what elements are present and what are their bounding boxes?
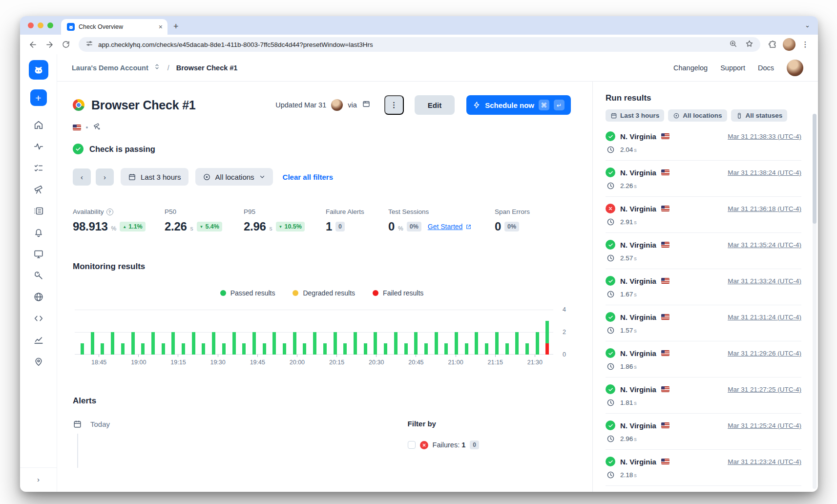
run-result-row[interactable]: N. VirginiaMar 31 21:23:24 (UTC-4)2.18s — [606, 450, 801, 486]
chart-bar[interactable] — [151, 332, 155, 355]
run-timestamp-link[interactable]: Mar 31 21:38:24 (UTC-4) — [728, 169, 801, 176]
info-icon[interactable]: ? — [106, 209, 113, 215]
chart-bar[interactable] — [293, 332, 296, 355]
chart-bar[interactable] — [252, 332, 256, 355]
chart-bar[interactable] — [283, 343, 286, 355]
chart-bar[interactable] — [536, 332, 539, 355]
chart-bar[interactable] — [525, 343, 529, 355]
run-result-row[interactable]: N. VirginiaMar 31 21:29:26 (UTC-4)1.86s — [606, 341, 801, 378]
chart-bar[interactable] — [182, 343, 185, 355]
failures-checkbox[interactable] — [408, 441, 416, 449]
chart-bar[interactable] — [81, 343, 84, 355]
run-result-row[interactable]: N. VirginiaMar 31 21:31:24 (UTC-4)1.57s — [606, 305, 801, 341]
schedule-now-button[interactable]: Schedule now ⌘ ↵ — [466, 95, 571, 115]
chart-bar[interactable] — [141, 343, 145, 355]
chart-bar[interactable] — [242, 343, 246, 355]
chart-bar[interactable] — [374, 332, 377, 355]
account-switcher-sort-icon[interactable] — [153, 63, 161, 72]
run-result-row[interactable]: N. VirginiaMar 31 21:35:24 (UTC-4)2.57s — [606, 233, 801, 269]
chart-bar[interactable] — [475, 332, 478, 355]
chart-bar[interactable] — [394, 332, 398, 355]
new-tab-button[interactable]: + — [173, 21, 179, 32]
chart-bar[interactable] — [303, 343, 306, 355]
chart-bar[interactable] — [545, 321, 549, 355]
run-timestamp-link[interactable]: Mar 31 21:38:33 (UTC-4) — [728, 133, 801, 140]
chart-bar[interactable] — [485, 343, 488, 355]
run-timestamp-link[interactable]: Mar 31 21:31:24 (UTC-4) — [728, 314, 801, 321]
tab-close-icon[interactable]: × — [159, 23, 163, 30]
create-new-button[interactable]: + — [30, 89, 47, 106]
chart-bar[interactable] — [495, 332, 499, 355]
chart-bar[interactable] — [354, 332, 357, 355]
chart-bar[interactable] — [465, 343, 468, 355]
sidebar-item-checks[interactable] — [33, 163, 44, 173]
chart-bar[interactable] — [444, 343, 448, 355]
chart-bar[interactable] — [222, 343, 226, 355]
user-avatar[interactable] — [787, 60, 803, 76]
browser-tab[interactable]: Check Overview × — [61, 19, 167, 35]
url-text[interactable]: app.checklyhq.com/checks/e45dacab-8de1-4… — [98, 41, 373, 48]
forward-icon[interactable] — [42, 38, 56, 51]
checkly-logo[interactable] — [29, 60, 48, 80]
run-timestamp-link[interactable]: Mar 31 21:29:26 (UTC-4) — [728, 350, 801, 357]
close-window-button[interactable] — [28, 22, 34, 28]
chart-bar[interactable] — [334, 332, 337, 355]
run-results-scrollbar[interactable] — [813, 114, 816, 489]
more-actions-kebab-button[interactable]: ⋮ — [384, 95, 404, 115]
run-result-row[interactable]: N. VirginiaMar 31 21:36:18 (UTC-4)2.91s — [606, 197, 801, 233]
run-timestamp-link[interactable]: Mar 31 21:25:24 (UTC-4) — [728, 422, 801, 429]
sidebar-item-dashboards[interactable] — [33, 249, 44, 259]
chart-bar[interactable] — [435, 332, 438, 355]
chart-bar[interactable] — [424, 343, 428, 355]
chart-bar[interactable] — [212, 332, 215, 355]
back-icon[interactable] — [26, 38, 40, 51]
time-range-filter[interactable]: Last 3 hours — [121, 168, 188, 186]
chart-bar[interactable] — [455, 332, 458, 355]
reload-icon[interactable] — [59, 38, 73, 51]
run-timestamp-link[interactable]: Mar 31 21:35:24 (UTC-4) — [728, 241, 801, 249]
chart-bar[interactable] — [323, 343, 327, 355]
sidebar-item-logs[interactable] — [33, 206, 44, 216]
run-result-row[interactable]: N. VirginiaMar 31 21:38:24 (UTC-4)2.26s — [606, 161, 801, 197]
chart-bar[interactable] — [162, 343, 165, 355]
chart-bar[interactable] — [272, 332, 276, 355]
run-result-row[interactable]: N. VirginiaMar 31 21:27:25 (UTC-4)1.81s — [606, 378, 801, 414]
chart-bar[interactable] — [121, 343, 125, 355]
account-switcher[interactable]: Laura's Demo Account — [72, 64, 148, 72]
next-window-button[interactable]: › — [96, 168, 114, 186]
chart-bar[interactable] — [263, 343, 266, 355]
run-timestamp-link[interactable]: Mar 31 21:27:25 (UTC-4) — [728, 386, 801, 393]
sidebar-collapse-button[interactable]: › — [37, 475, 40, 483]
sidebar-item-telescope[interactable] — [33, 184, 44, 195]
scrollbar-thumb[interactable] — [813, 114, 816, 224]
run-timestamp-link[interactable]: Mar 31 21:33:24 (UTC-4) — [728, 277, 801, 285]
sidebar-item-locations-pin[interactable] — [33, 356, 44, 367]
run-result-row[interactable]: N. VirginiaMar 31 21:33:24 (UTC-4)1.67s — [606, 269, 801, 305]
chart-bar[interactable] — [232, 332, 236, 355]
chart-bar[interactable] — [404, 343, 408, 355]
docs-link[interactable]: Docs — [758, 64, 774, 72]
chart-bar[interactable] — [171, 332, 175, 355]
chart-bar[interactable] — [384, 343, 387, 355]
tab-search-chevron-icon[interactable]: ⌄ — [805, 21, 810, 29]
edit-button[interactable]: Edit — [415, 95, 455, 115]
browser-profile-avatar[interactable] — [783, 38, 795, 51]
chart-bar[interactable] — [131, 332, 135, 355]
sidebar-item-maintenance-wrench[interactable] — [33, 270, 44, 281]
zoom-icon[interactable] — [729, 40, 737, 50]
run-timestamp-link[interactable]: Mar 31 21:36:18 (UTC-4) — [728, 205, 801, 212]
changelog-link[interactable]: Changelog — [673, 64, 708, 72]
chart-bar[interactable] — [192, 332, 195, 355]
chart-bar[interactable] — [414, 332, 418, 355]
chart-bar[interactable] — [202, 343, 205, 355]
browser-menu-kebab-icon[interactable]: ⋮ — [798, 38, 812, 51]
sidebar-item-activity[interactable] — [33, 141, 44, 152]
sidebar-item-private-locations-globe[interactable] — [33, 292, 44, 302]
locations-filter[interactable]: All locations — [195, 168, 273, 186]
url-bar[interactable]: app.checklyhq.com/checks/e45dacab-8de1-4… — [79, 37, 760, 52]
sidebar-item-analytics-chart[interactable] — [33, 335, 44, 345]
site-settings-icon[interactable] — [85, 40, 93, 49]
maximize-window-button[interactable] — [47, 22, 53, 28]
bookmark-star-icon[interactable] — [745, 40, 753, 50]
chart-bar[interactable] — [343, 343, 347, 355]
